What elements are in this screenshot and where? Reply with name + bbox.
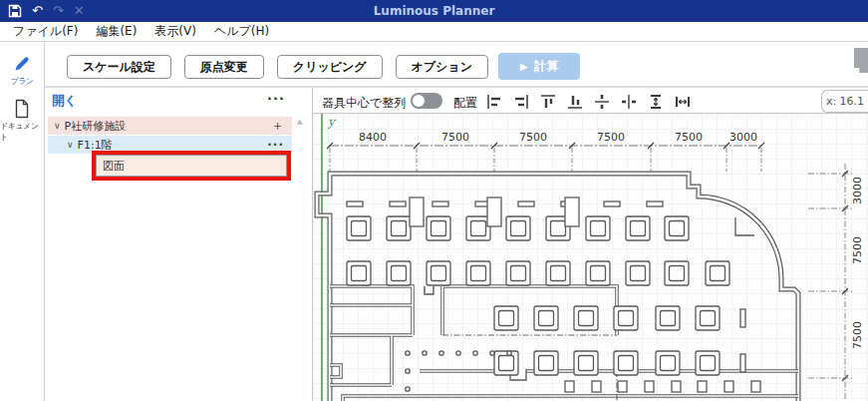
scale-setting-button[interactable]: スケール設定: [67, 55, 171, 79]
sidebar-item-label: ドキュメント: [0, 121, 44, 143]
align-right-icon[interactable]: [512, 93, 530, 111]
bookmark-icon[interactable]: [854, 48, 868, 73]
origin-change-button[interactable]: 原点変更: [184, 55, 264, 79]
clipping-button[interactable]: クリッピング: [277, 55, 383, 79]
align-top-icon[interactable]: [539, 93, 557, 111]
dim-label: 7500: [441, 131, 469, 144]
align-center-horizontal-icon[interactable]: [593, 93, 611, 111]
window-title: Luminous Planner: [0, 4, 868, 18]
panel-divider: [312, 88, 313, 113]
floor-plan-svg: y 8400: [313, 114, 868, 401]
fixture-center-toggle[interactable]: [411, 93, 442, 109]
highlight-annotation: 図面: [92, 151, 291, 181]
chevron-down-icon[interactable]: ∨: [54, 121, 61, 131]
dim-label: 7500: [597, 131, 625, 144]
menubar: ファイル(F) 編集(E) 表示(V) ヘルプ(H): [0, 22, 868, 42]
dim-label: 7500: [851, 236, 864, 264]
titlebar: ↶ ↷ ✕ Luminous Planner: [0, 0, 868, 22]
save-icon[interactable]: [8, 4, 22, 18]
distribute-vertical-icon[interactable]: [647, 93, 665, 111]
chevron-down-icon[interactable]: ∨: [67, 140, 74, 150]
align-icon-toolbar: [485, 93, 692, 111]
tree-row-label: P社研修施設: [65, 119, 127, 134]
align-bottom-icon[interactable]: [566, 93, 584, 111]
add-icon[interactable]: ＋: [271, 117, 284, 135]
sidebar-item-plan[interactable]: プラン: [0, 54, 44, 87]
toolbar: スケール設定 原点変更 クリッピング オプション ▶ 計算: [45, 42, 868, 88]
sidebar-item-document[interactable]: ドキュメント: [0, 99, 44, 143]
menu-edit[interactable]: 編集(E): [89, 23, 144, 40]
dim-label: 3000: [729, 131, 757, 144]
dim-label: 7500: [851, 321, 864, 349]
tree-row-drawing[interactable]: 図面: [96, 155, 287, 177]
align-toggle-label: 器具中心で整列: [322, 95, 406, 112]
coordinate-display: x: 16.1: [821, 90, 868, 113]
calculate-button[interactable]: ▶ 計算: [498, 53, 580, 80]
toggle-knob: [413, 95, 425, 107]
toolbar-divider: [45, 86, 868, 88]
menu-view[interactable]: 表示(V): [147, 23, 203, 40]
align-left-icon[interactable]: [485, 93, 503, 111]
menu-file[interactable]: ファイル(F): [6, 23, 85, 40]
scroll-up-icon[interactable]: ▲: [297, 118, 302, 126]
document-icon: [13, 99, 31, 119]
redo-icon: ↷: [53, 0, 64, 22]
menu-help[interactable]: ヘルプ(H): [207, 23, 276, 40]
luminous-planner-window: ↶ ↷ ✕ Luminous Planner ファイル(F) 編集(E) 表示(…: [0, 0, 868, 401]
tree-more-icon[interactable]: ···: [267, 91, 285, 106]
mode-sidebar: プラン ドキュメント: [0, 42, 45, 401]
dim-label: 8400: [359, 131, 387, 144]
drawing-canvas[interactable]: y 8400: [312, 113, 868, 401]
pencil-icon: [12, 54, 32, 74]
play-icon: ▶: [520, 61, 528, 72]
more-icon[interactable]: ···: [267, 138, 284, 152]
align-center-vertical-icon[interactable]: [620, 93, 638, 111]
tree-row-label: 図面: [103, 159, 125, 174]
distribute-horizontal-icon[interactable]: [674, 93, 692, 111]
dim-label: 7500: [519, 131, 547, 144]
dim-label: 3000: [851, 177, 864, 204]
tree-scrollbar[interactable]: ▲: [294, 115, 309, 401]
option-button[interactable]: オプション: [396, 55, 488, 79]
open-link[interactable]: 開く: [52, 93, 77, 110]
sidebar-item-label: プラン: [10, 76, 33, 87]
close-icon: ✕: [74, 0, 85, 22]
dim-label: 7500: [675, 131, 703, 144]
placement-label: 配置: [453, 95, 477, 112]
tree-row-facility[interactable]: ∨ P社研修施設 ＋: [48, 117, 292, 135]
undo-icon[interactable]: ↶: [32, 0, 43, 22]
calculate-label: 計算: [534, 58, 558, 75]
